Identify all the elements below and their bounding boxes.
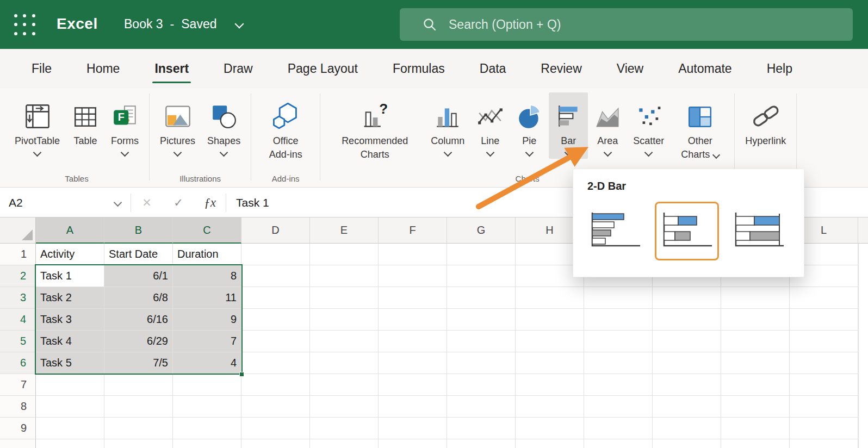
cell-B1[interactable]: Start Date [104,244,173,265]
cell-A10[interactable] [36,439,104,448]
cell-C9[interactable] [173,418,241,439]
cell-C3[interactable]: 11 [173,287,241,309]
cell-L4[interactable] [790,309,858,331]
recommended-charts-button[interactable]: ? Recommended Charts [325,92,425,164]
cell-I4[interactable] [584,309,653,331]
formula-input[interactable]: Task 1 [236,196,269,209]
row-header-3[interactable]: 3 [0,287,36,309]
row-header-7[interactable]: 7 [0,374,36,396]
line-chart-button[interactable]: Line [470,92,510,159]
cell-C5[interactable]: 7 [173,331,241,352]
cell-E6[interactable] [310,352,379,374]
pie-chart-button[interactable]: Pie [510,92,549,159]
cell-K3[interactable] [721,287,790,309]
row-header-5[interactable]: 5 [0,331,36,352]
shapes-button[interactable]: Shapes [201,92,246,159]
cell-B2[interactable]: 6/1 [104,265,173,287]
cell-E9[interactable] [310,418,379,439]
cell-H6[interactable] [516,352,584,374]
enter-icon[interactable]: ✓ [163,196,194,209]
cell-D9[interactable] [241,418,310,439]
cell-H3[interactable] [516,287,584,309]
tab-draw[interactable]: Draw [206,49,270,88]
cell-I7[interactable] [584,374,653,396]
cell-J4[interactable] [653,309,721,331]
column-header-E[interactable]: E [310,217,379,244]
cell-F5[interactable] [379,331,447,352]
row-header-9[interactable]: 9 [0,418,36,439]
cell-L6[interactable] [790,352,858,374]
cell-J5[interactable] [653,331,721,352]
cell-E4[interactable] [310,309,379,331]
cell-A9[interactable] [36,418,104,439]
document-title[interactable]: Book 3 - Saved [124,17,243,32]
cell-G9[interactable] [447,418,516,439]
office-addins-button[interactable]: Office Add-ins [256,92,315,164]
cancel-icon[interactable]: ✕ [131,196,163,209]
tab-automate[interactable]: Automate [661,49,749,88]
cell-C6[interactable]: 4 [173,352,241,374]
cell-I8[interactable] [584,396,653,418]
cell-L5[interactable] [790,331,858,352]
cell-G5[interactable] [447,331,516,352]
cell-J10[interactable] [653,439,721,448]
stacked-bar-option[interactable] [655,202,719,260]
cell-D6[interactable] [241,352,310,374]
cell-C10[interactable] [173,439,241,448]
cell-B5[interactable]: 6/29 [104,331,173,352]
row-header-2[interactable]: 2 [0,265,36,287]
cell-K4[interactable] [721,309,790,331]
column-header-C[interactable]: C [173,217,241,244]
tab-view[interactable]: View [599,49,661,88]
column-header-G[interactable]: G [447,217,516,244]
tab-page-layout[interactable]: Page Layout [270,49,375,88]
scatter-chart-button[interactable]: Scatter [627,92,670,159]
cell-B8[interactable] [104,396,173,418]
fill-handle[interactable] [239,372,244,377]
column-header-A[interactable]: A [36,217,104,244]
cell-B9[interactable] [104,418,173,439]
cell-B4[interactable]: 6/16 [104,309,173,331]
cell-B10[interactable] [104,439,173,448]
column-header-D[interactable]: D [241,217,310,244]
other-charts-button[interactable]: Other Charts [670,92,730,164]
hundred-stacked-bar-option[interactable] [727,202,791,260]
tab-help[interactable]: Help [749,49,810,88]
tab-file[interactable]: File [14,49,69,88]
cell-B7[interactable] [104,374,173,396]
cell-F4[interactable] [379,309,447,331]
cell-H9[interactable] [516,418,584,439]
pivottable-button[interactable]: PivotTable [9,92,66,159]
hyperlink-button[interactable]: Hyperlink [739,92,792,150]
cell-C1[interactable]: Duration [173,244,241,265]
cell-F8[interactable] [379,396,447,418]
cell-J9[interactable] [653,418,721,439]
cell-K7[interactable] [721,374,790,396]
select-all-corner[interactable] [0,217,36,244]
cell-H8[interactable] [516,396,584,418]
cell-A6[interactable]: Task 5 [36,352,104,374]
cell-K5[interactable] [721,331,790,352]
row-header-8[interactable]: 8 [0,396,36,418]
cell-F3[interactable] [379,287,447,309]
cell-E8[interactable] [310,396,379,418]
cell-K8[interactable] [721,396,790,418]
cell-E10[interactable] [310,439,379,448]
cell-F6[interactable] [379,352,447,374]
cell-I3[interactable] [584,287,653,309]
column-header-B[interactable]: B [104,217,173,244]
cell-F10[interactable] [379,439,447,448]
cell-F2[interactable] [379,265,447,287]
clustered-bar-option[interactable] [583,202,647,260]
cell-D7[interactable] [241,374,310,396]
cell-G3[interactable] [447,287,516,309]
cell-E1[interactable] [310,244,379,265]
tab-data[interactable]: Data [462,49,524,88]
cell-L8[interactable] [790,396,858,418]
cell-E7[interactable] [310,374,379,396]
table-button[interactable]: Table [66,92,105,150]
cell-G8[interactable] [447,396,516,418]
cell-D4[interactable] [241,309,310,331]
insert-function-icon[interactable]: ƒx [194,196,226,210]
cell-E5[interactable] [310,331,379,352]
